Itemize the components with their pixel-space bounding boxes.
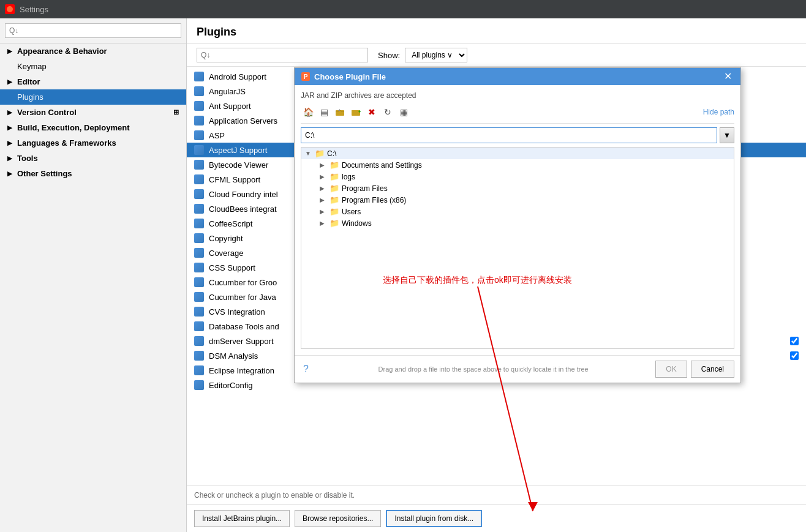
svg-text:P: P [304, 73, 308, 80]
list-button[interactable]: ▤ [317, 105, 331, 119]
tree-row-programfilesx86[interactable]: ▶ 📁 Program Files (x86) [301, 194, 734, 206]
svg-text:+: + [358, 109, 361, 114]
dialog-ok-button[interactable]: OK [655, 361, 687, 378]
install-jetbrains-button[interactable]: Install JetBrains plugin... [194, 510, 290, 527]
sidebar-items-list: ▶ Appearance & Behavior Keymap ▶ Editor … [0, 43, 186, 532]
plugin-icon-dmserver [194, 336, 204, 346]
dialog-title-bar: P Choose Plugin File ✕ [295, 68, 740, 85]
sidebar-item-plugins[interactable]: Plugins [0, 89, 186, 105]
sidebar-item-editor[interactable]: ▶ Editor [0, 74, 186, 89]
plugin-icon-database [194, 321, 204, 331]
delete-button[interactable]: ✖ [364, 105, 379, 119]
folder-icon: 📁 [330, 219, 339, 228]
tree-expand-icon: ▶ [320, 208, 327, 215]
sidebar-item-label: Languages & Frameworks [17, 138, 116, 148]
sidebar-item-label: Build, Execution, Deployment [17, 123, 129, 132]
tree-expand-icon: ▶ [320, 220, 327, 227]
sidebar-item-build[interactable]: ▶ Build, Execution, Deployment [0, 120, 186, 135]
tree-node-label: Documents and Settings [342, 161, 422, 170]
sidebar-item-languages[interactable]: ▶ Languages & Frameworks [0, 135, 186, 151]
plugin-icon-cfml [194, 174, 204, 184]
dialog-cancel-button[interactable]: Cancel [691, 361, 734, 378]
title-bar: Settings [0, 0, 806, 18]
dialog-title-text: Choose Plugin File [314, 72, 386, 81]
sidebar-item-tools[interactable]: ▶ Tools [0, 151, 186, 166]
vcs-icon: ⊞ [173, 108, 179, 116]
arrow-icon: ▶ [7, 124, 12, 131]
tree-node-label: Program Files (x86) [342, 196, 406, 204]
dialog-close-button[interactable]: ✕ [721, 72, 734, 81]
plugin-icon-bytecode [194, 160, 204, 170]
arrow-icon: ▶ [7, 109, 12, 116]
sidebar-item-other[interactable]: ▶ Other Settings [0, 166, 186, 181]
plugin-icon-coffeescript [194, 219, 204, 228]
file-tree: ▼ 📁 C:\ ▶ 📁 Documents and Settings ▶ 📁 l… [301, 147, 734, 349]
tree-row-windows[interactable]: ▶ 📁 Windows [301, 217, 734, 229]
choose-plugin-dialog: P Choose Plugin File ✕ JAR and ZIP archi… [294, 67, 741, 383]
grid-button[interactable]: ▦ [396, 105, 411, 119]
help-button[interactable]: ? [301, 364, 311, 375]
new-folder-button[interactable]: + [348, 105, 363, 119]
window-title: Settings [20, 5, 48, 14]
path-browse-button[interactable]: ▼ [720, 127, 734, 143]
sidebar-item-label: Version Control [17, 108, 77, 117]
folder-icon: 📁 [330, 195, 339, 204]
svg-point-0 [7, 6, 13, 12]
new-folder-icon: + [351, 107, 361, 117]
sidebar-search-container [0, 18, 186, 43]
plugin-icon-android [194, 72, 204, 81]
folder-icon: 📁 [330, 160, 339, 170]
sidebar-item-label: Other Settings [17, 169, 72, 178]
path-input-row: ▼ [301, 127, 734, 143]
plugin-icon-angularjs [194, 86, 204, 96]
plugin-icon-appservers [194, 116, 204, 126]
folder-icon: 📁 [330, 172, 339, 181]
page-title: Plugins [197, 26, 236, 39]
plugin-icon-cloudfoundry [194, 189, 204, 199]
plugins-footer: Check or uncheck a plugin to enable or d… [187, 485, 806, 504]
sidebar-search-input[interactable] [5, 23, 181, 38]
sidebar-item-version-control[interactable]: ▶ Version Control ⊞ [0, 105, 186, 120]
plugin-checkbox-dsm[interactable] [790, 351, 799, 360]
tree-node-label: logs [342, 173, 355, 181]
plugin-icon-editorconfig [194, 380, 204, 390]
path-input[interactable] [301, 127, 717, 143]
plugin-icon-cvs [194, 307, 204, 317]
refresh-button[interactable]: ↻ [380, 105, 395, 119]
tree-node-label: Windows [342, 219, 372, 228]
plugin-icon-coverage [194, 248, 204, 258]
plugin-icon-css [194, 263, 204, 272]
arrow-icon: ▶ [7, 140, 12, 146]
dialog-body: JAR and ZIP archives are accepted 🏠 ▤ + … [295, 85, 740, 355]
sidebar-item-appearance[interactable]: ▶ Appearance & Behavior [0, 43, 186, 59]
tree-row-documents[interactable]: ▶ 📁 Documents and Settings [301, 159, 734, 171]
show-dropdown[interactable]: All plugins ∨ [405, 48, 467, 62]
plugin-icon-ant [194, 101, 204, 111]
plugin-checkbox-dmserver[interactable] [790, 337, 799, 345]
plugins-header: Plugins [187, 18, 806, 44]
hide-path-button[interactable]: Hide path [703, 108, 734, 116]
tree-row-root[interactable]: ▼ 📁 C:\ [301, 148, 734, 159]
arrow-icon: ▶ [7, 48, 12, 54]
plugin-icon-cucumbergroovy [194, 277, 204, 287]
plugins-search-input[interactable] [197, 48, 368, 62]
sidebar-item-keymap[interactable]: Keymap [0, 59, 186, 74]
dialog-title-left: P Choose Plugin File [301, 72, 386, 81]
drag-drop-hint: Drag and drop a file into the space abov… [311, 365, 655, 373]
tree-expand-icon: ▶ [320, 173, 327, 180]
browse-repos-button[interactable]: Browse repositories... [295, 510, 381, 527]
tree-row-users[interactable]: ▶ 📁 Users [301, 206, 734, 217]
plugin-icon-dsm [194, 351, 204, 361]
tree-expand-icon: ▶ [320, 162, 327, 168]
install-disk-button[interactable]: Install plugin from disk... [386, 510, 482, 527]
tree-row-programfiles[interactable]: ▶ 📁 Program Files [301, 182, 734, 194]
tree-expand-icon: ▼ [305, 150, 312, 157]
dialog-subtitle: JAR and ZIP archives are accepted [301, 91, 734, 100]
tree-expand-icon: ▶ [320, 185, 327, 192]
plugin-icon-eclipse [194, 365, 204, 375]
tree-row-logs[interactable]: ▶ 📁 logs [301, 171, 734, 182]
tree-node-label: Users [342, 208, 361, 216]
up-folder-button[interactable] [333, 105, 347, 119]
plugin-icon-aspectj [194, 145, 204, 155]
home-button[interactable]: 🏠 [301, 105, 315, 119]
